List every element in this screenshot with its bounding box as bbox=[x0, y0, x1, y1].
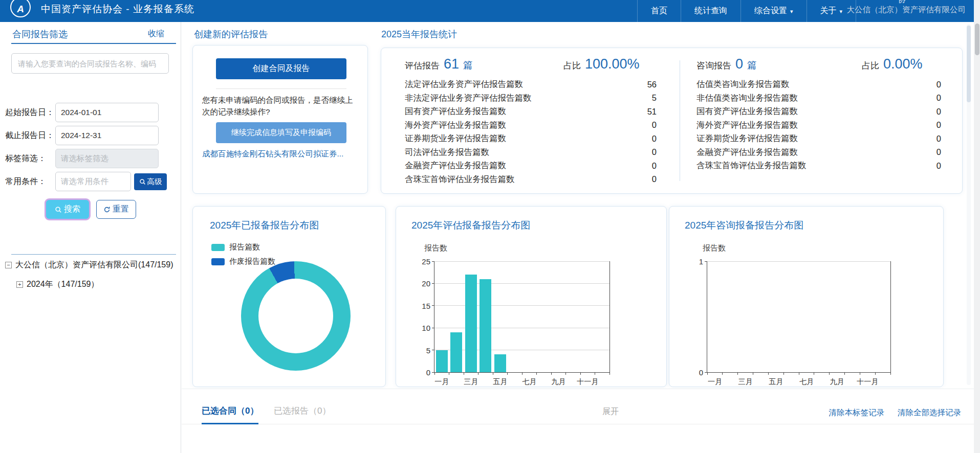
stat-label: 估值类咨询业务报告篇数 bbox=[696, 79, 790, 90]
advanced-search-label: 高级 bbox=[147, 177, 162, 187]
x-axis-label: 十一月 bbox=[852, 377, 883, 387]
x-tick-mark bbox=[860, 372, 860, 375]
stat-value: 0 bbox=[937, 93, 941, 103]
x-axis-label: 一月 bbox=[700, 377, 730, 387]
stat-label: 国有资产评估业务报告篇数 bbox=[405, 106, 506, 117]
nav-item-settings[interactable]: 综合设置 ▾ bbox=[741, 0, 807, 22]
reset-button-label: 重置 bbox=[113, 204, 129, 215]
category-label: 咨询报告 bbox=[696, 60, 731, 72]
x-axis-label: 十一月 bbox=[572, 377, 603, 387]
donut-chart bbox=[241, 261, 351, 371]
nav-item-statistics[interactable]: 统计查询 bbox=[681, 0, 741, 22]
gridline bbox=[434, 305, 609, 306]
stat-value: 51 bbox=[647, 107, 657, 117]
stat-row: 含珠宝首饰评估业务报告篇数0 bbox=[405, 173, 657, 187]
x-axis-label: 一月 bbox=[426, 377, 457, 387]
dashboard-scrollbar-thumb[interactable] bbox=[967, 26, 971, 102]
stat-value: 0 bbox=[937, 134, 941, 144]
clear-all-selection-link[interactable]: 清除全部选择记录 bbox=[898, 407, 961, 418]
main-nav: 首页 统计查询 综合设置 ▾ 关于 ▾ bbox=[637, 0, 856, 22]
gridline bbox=[434, 328, 609, 328]
x-axis-label: 七月 bbox=[791, 377, 822, 387]
stat-value: 0 bbox=[652, 120, 657, 130]
annual-report-stats-card: 评估报告 61 篇 占比 100.00% 法定评估业务资产评估报告篇数56 非法… bbox=[381, 48, 963, 194]
x-tick-mark bbox=[753, 372, 753, 375]
filter-sidebar: 合同报告筛选 收缩 起始报告日： 截止报告日： 标签筛选： 常用条件： 高级 bbox=[0, 22, 181, 453]
bar bbox=[465, 275, 477, 372]
stat-value: 5 bbox=[652, 93, 657, 103]
chart-title: 2025年评估报备报告分布图 bbox=[411, 219, 530, 232]
tab-selected-contracts[interactable]: 已选合同（0） bbox=[202, 389, 258, 424]
reset-button[interactable]: 重置 bbox=[96, 200, 136, 219]
tree-expand-icon[interactable]: + bbox=[16, 281, 23, 288]
stat-label: 国有资产评估业务报告篇数 bbox=[696, 106, 798, 117]
advanced-search-button[interactable]: 高级 bbox=[134, 173, 167, 190]
stat-row: 国有资产评估业务报告篇数0 bbox=[696, 105, 941, 119]
collapse-button[interactable]: 收缩 bbox=[148, 29, 164, 39]
x-tick-mark bbox=[737, 372, 738, 375]
page-scrollbar-thumb[interactable] bbox=[975, 24, 979, 55]
stat-row: 估值类咨询业务报告篇数0 bbox=[696, 78, 941, 92]
start-date-field[interactable] bbox=[55, 103, 159, 122]
legend-label: 作废报告篇数 bbox=[229, 257, 275, 266]
stat-value: 0 bbox=[652, 174, 657, 184]
create-report-card: 创建合同及报告 您有未申请编码的合同或报告，是否继续上次的记录继续操作? 继续完… bbox=[192, 45, 368, 194]
tree-collapse-icon[interactable]: − bbox=[5, 262, 12, 268]
y-tick-mark bbox=[432, 350, 434, 350]
end-date-field[interactable] bbox=[55, 126, 159, 145]
tree-node-label: 大公信（北京）资产评估有限公司(147/159) bbox=[15, 260, 173, 270]
stat-label: 金融资产评估业务报告篇数 bbox=[696, 147, 798, 158]
y-axis-label: 15 bbox=[413, 302, 430, 310]
x-tick-mark bbox=[707, 372, 708, 375]
count-value: 0 bbox=[735, 56, 743, 72]
search-button[interactable]: 搜索 bbox=[46, 200, 89, 219]
x-tick-mark bbox=[875, 372, 876, 375]
y-axis-title: 报告数 bbox=[424, 243, 447, 253]
sidebar-title: 合同报告筛选 bbox=[12, 28, 68, 40]
cas-logo-icon: A bbox=[10, 0, 31, 17]
tree-node-year-2024[interactable]: + 2024年（147/159） bbox=[16, 279, 99, 290]
search-input[interactable] bbox=[11, 53, 169, 74]
count-unit: 篇 bbox=[747, 59, 757, 72]
nav-item-home[interactable]: 首页 bbox=[637, 0, 681, 22]
stat-value: 0 bbox=[937, 107, 941, 117]
stat-row: 海外资产评估业务报告篇数0 bbox=[405, 119, 657, 132]
stat-label: 含珠宝首饰评估业务报告篇数 bbox=[696, 160, 807, 171]
x-axis-label: 五月 bbox=[760, 377, 791, 387]
stat-value: 56 bbox=[647, 80, 657, 89]
stat-row: 证券期货业务评估报告篇数0 bbox=[405, 132, 657, 146]
common-condition-field[interactable] bbox=[55, 172, 131, 191]
stat-label: 司法评估业务报告篇数 bbox=[405, 147, 489, 158]
chart-title: 2025年已报备报告分布图 bbox=[210, 219, 319, 232]
app-screen: A 中国资产评估协会 - 业务报备系统 首页 统计查询 综合设置 ▾ 关于 ▾ … bbox=[0, 0, 980, 453]
stat-row: 非法定评估业务资产评估报告篇数5 bbox=[405, 92, 657, 105]
x-axis-label: 七月 bbox=[514, 377, 545, 387]
gridline bbox=[434, 261, 609, 262]
x-tick-mark bbox=[799, 372, 799, 375]
stat-label: 海外资产评估业务报告篇数 bbox=[405, 120, 506, 131]
category-label: 评估报告 bbox=[405, 60, 440, 72]
nav-item-label: 首页 bbox=[651, 6, 667, 16]
stat-value: 0 bbox=[937, 120, 941, 130]
create-contract-report-button[interactable]: 创建合同及报告 bbox=[216, 58, 346, 79]
recent-record-link[interactable]: 成都百施特金刚石钻头有限公司拟证券... bbox=[202, 149, 361, 160]
y-tick-mark bbox=[432, 328, 434, 328]
tree-node-company[interactable]: − 大公信（北京）资产评估有限公司(147/159) bbox=[5, 260, 173, 270]
legend-item-reports[interactable]: 报告篇数 bbox=[211, 242, 275, 252]
user-subtitle-clipped: 协同 bbox=[898, 0, 905, 4]
y-axis-label: 10 bbox=[413, 324, 430, 332]
gridline bbox=[707, 261, 890, 262]
common-condition-row: 常用条件： 高级 bbox=[0, 172, 181, 191]
expand-button[interactable]: 展开 bbox=[602, 406, 619, 417]
count-unit: 篇 bbox=[463, 59, 473, 72]
clear-tab-records-link[interactable]: 清除本标签记录 bbox=[829, 407, 885, 418]
tab-selected-reports[interactable]: 已选报告（0） bbox=[274, 389, 331, 424]
start-date-label: 起始报告日： bbox=[5, 107, 54, 118]
legend-item-voided-reports[interactable]: 作废报告篇数 bbox=[211, 257, 275, 266]
x-axis-label: 五月 bbox=[485, 377, 515, 387]
y-axis-title: 报告数 bbox=[703, 243, 726, 253]
gridline bbox=[434, 283, 609, 284]
continue-fill-button[interactable]: 继续完成信息填写及申报编码 bbox=[216, 122, 346, 143]
count-value: 61 bbox=[444, 56, 459, 72]
tag-filter-field[interactable] bbox=[55, 149, 159, 168]
